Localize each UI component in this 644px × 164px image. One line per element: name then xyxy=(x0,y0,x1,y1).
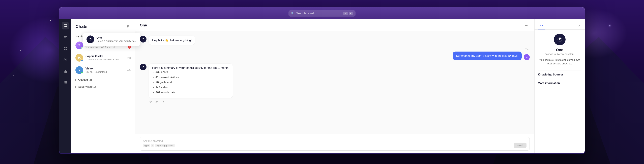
right-panel-tabs xyxy=(538,22,545,29)
left-sidebar xyxy=(59,19,72,153)
svg-rect-10 xyxy=(65,70,66,73)
svg-point-7 xyxy=(64,59,66,60)
chat-time-visitor: 45s xyxy=(128,69,131,71)
chat-preview-sophie: I have one more question. Could... xyxy=(86,58,125,61)
user-message-row: Summarize my team's activity in the last… xyxy=(453,51,530,60)
svg-rect-31 xyxy=(150,102,152,103)
sidebar-item-tag[interactable] xyxy=(62,33,69,41)
more-information-chevron-icon: › xyxy=(580,82,581,85)
bot-greeting-bubble: Hey Mike 👋. Ask me anything! xyxy=(149,36,195,45)
chat-name-visitor: Visitor xyxy=(86,67,125,70)
bot-response-bubble: Here's a summary of your team's activity… xyxy=(149,64,233,98)
message-user: You Summarize my team's activity in the … xyxy=(140,48,530,60)
more-options-icon[interactable]: ••• xyxy=(524,22,530,28)
thumbsup-icon[interactable] xyxy=(155,100,159,105)
sidebar-item-users[interactable] xyxy=(62,56,69,64)
chat-preview-visitor: Oh, ok. I understand xyxy=(86,71,125,73)
popup-avatar-icon xyxy=(86,35,94,43)
chat-input-placeholder[interactable]: Ask me anything xyxy=(143,140,526,143)
avatar-tina: T xyxy=(76,41,83,49)
svg-rect-1 xyxy=(64,37,66,37)
sidebar-item-grid[interactable] xyxy=(62,45,69,52)
svg-point-14 xyxy=(66,81,67,82)
status-dot-sophie xyxy=(81,59,83,61)
chat-preview-tina: You can listen to 20 hours of... xyxy=(86,46,125,48)
chats-title: Chats xyxy=(76,24,88,29)
chat-name-sophie: Sophie Osaka xyxy=(86,55,125,58)
main-window: 🔍 Search or ask ⌘ K xyxy=(59,7,585,154)
star xyxy=(14,75,14,76)
chat-messages: Hey Mike 👋. Ask me anything! You Summari… xyxy=(135,31,534,134)
bot-name: One xyxy=(556,48,563,52)
avatar-initials-visitor: V xyxy=(78,69,80,72)
thumbsdown-icon[interactable] xyxy=(161,100,165,105)
you-label: You xyxy=(525,48,529,50)
svg-point-20 xyxy=(66,84,67,84)
supervised-section-header[interactable]: ▶ Supervised (1) xyxy=(72,83,135,90)
knowledge-sources-row[interactable]: Knowledge Sources › xyxy=(538,70,581,79)
sidebar-item-chart[interactable] xyxy=(62,68,69,75)
right-panel-content: One Your go-to, 24/7 AI assistant Your s… xyxy=(534,30,585,153)
more-information-row[interactable]: More information › xyxy=(538,79,581,87)
input-hint-suffix: to get suggestions xyxy=(155,144,175,147)
chats-panel: One Here's a summary of your activity fr… xyxy=(72,19,135,153)
svg-point-27 xyxy=(143,38,144,39)
list-item-2: 41 queued visitors xyxy=(156,75,229,80)
svg-point-33 xyxy=(558,38,561,40)
input-hint: Type / to get suggestions xyxy=(143,144,175,147)
user-avatar: M xyxy=(524,54,530,60)
filter-icon[interactable] xyxy=(125,23,131,29)
list-item-4: 148 sales xyxy=(156,85,229,90)
message-bot-greeting: Hey Mike 👋. Ask me anything! xyxy=(140,36,530,45)
bot-response-list: 432 chats 41 queued visitors 96 goals me… xyxy=(152,70,229,95)
search-shortcut: ⌘ K xyxy=(343,12,353,15)
search-bar[interactable]: 🔍 Search or ask ⌘ K xyxy=(288,10,356,16)
svg-point-21 xyxy=(90,38,91,39)
chat-main: One ••• Hey Mike 👋. Ask me anything! xyxy=(135,19,534,153)
send-button[interactable]: Send xyxy=(514,143,526,148)
queued-section-header[interactable]: ▶ Queued (2) xyxy=(72,76,135,83)
sidebar-item-apps[interactable] xyxy=(62,79,69,86)
avatar-initials-sophie: SO xyxy=(77,56,81,59)
tab-profile[interactable] xyxy=(538,22,545,29)
top-bar: 🔍 Search or ask ⌘ K xyxy=(59,7,585,19)
user-message-bubble: Summarize my team's activity in the last… xyxy=(453,51,522,60)
chat-input-footer: Type / to get suggestions Send xyxy=(143,143,526,148)
chat-item-sophie[interactable]: SO Sophie Osaka I have one more question… xyxy=(72,51,135,64)
chat-header: One ••• xyxy=(135,19,534,31)
svg-rect-4 xyxy=(66,47,67,48)
window-inner: 🔍 Search or ask ⌘ K xyxy=(59,7,585,153)
alert-badge-tina: ! xyxy=(128,46,131,49)
message-bot-response: Here's a summary of your team's activity… xyxy=(140,64,530,98)
popup-bot-desc: Here's a summary of your activity fro... xyxy=(96,40,136,42)
knowledge-sources-label: Knowledge Sources xyxy=(538,73,564,76)
list-item-5: 367 rated chats xyxy=(156,90,229,95)
sidebar-item-chat[interactable] xyxy=(62,22,69,29)
bot-description: Your source of information on your own b… xyxy=(538,58,581,66)
star xyxy=(50,20,51,21)
svg-point-29 xyxy=(143,66,144,67)
bot-avatar-msg-2 xyxy=(140,64,146,70)
svg-rect-6 xyxy=(66,49,67,50)
avatar-visitor: V xyxy=(76,66,83,74)
supervised-label: Supervised (1) xyxy=(78,85,96,88)
info-section: Knowledge Sources › More information › xyxy=(538,70,581,87)
supervised-chevron-icon: ▶ xyxy=(76,86,77,88)
chats-list: My chats (3) Oldest first ▾ T xyxy=(72,32,135,153)
input-hint-prefix: Type xyxy=(143,144,150,147)
shortcut-key: K xyxy=(349,12,353,15)
svg-rect-9 xyxy=(64,71,64,73)
chat-input-area: Ask me anything Type / to get suggestion… xyxy=(135,134,534,153)
right-panel: ✕ One Your go-to, 24/7 AI assistant Your… xyxy=(534,19,585,153)
svg-point-19 xyxy=(65,84,66,84)
queued-chevron-icon: ▶ xyxy=(76,79,77,81)
chat-item-visitor[interactable]: V Visitor Oh, ok. I understand 45s xyxy=(72,64,135,76)
chat-title: One xyxy=(140,23,147,27)
chat-info-visitor: Visitor Oh, ok. I understand xyxy=(86,67,125,73)
chat-meta-sophie: 30s xyxy=(128,57,131,59)
chat-time-sophie: 30s xyxy=(128,57,131,59)
chat-input-box: Ask me anything Type / to get suggestion… xyxy=(140,137,530,151)
copy-icon[interactable] xyxy=(149,100,153,105)
close-button[interactable]: ✕ xyxy=(578,23,581,28)
popup-info: One Here's a summary of your activity fr… xyxy=(96,36,136,42)
